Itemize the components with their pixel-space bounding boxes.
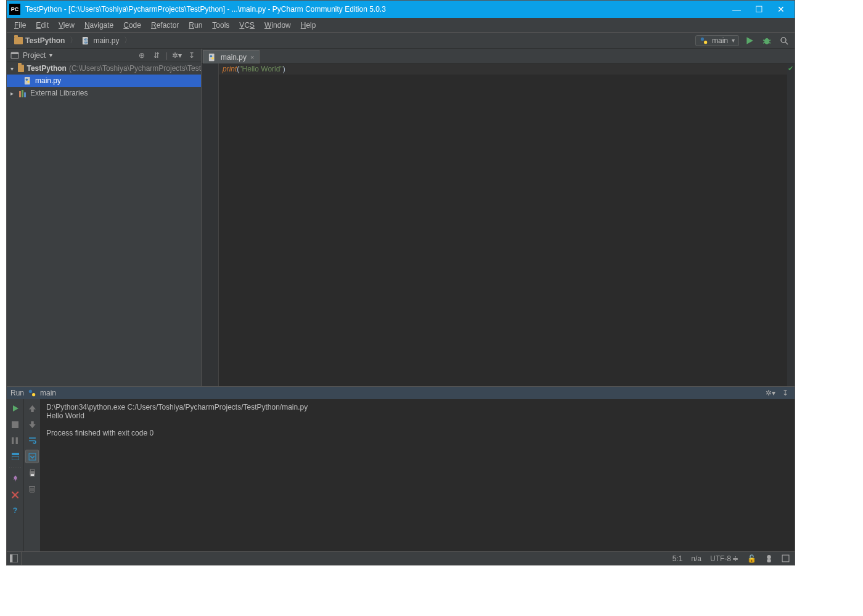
status-lock-icon[interactable]: 🔓 <box>747 554 756 563</box>
pin-icon <box>12 475 19 482</box>
svg-line-5 <box>763 40 765 41</box>
scroll-from-source-icon[interactable]: ⊕ <box>136 50 147 61</box>
chevron-down-icon[interactable]: ▾ <box>49 52 52 59</box>
menu-file[interactable]: File <box>9 20 31 31</box>
run-config-selector[interactable]: main ▾ <box>695 35 739 46</box>
run-button[interactable] <box>743 34 756 47</box>
run-tool-header[interactable]: Run main ✲▾ ↧ <box>7 387 795 399</box>
project-tool-header[interactable]: Project ▾ ⊕ ⇵ | ✲▾ ↧ <box>7 49 201 62</box>
status-encoding[interactable]: UTF-8≑ <box>710 554 738 563</box>
expand-arrow-icon[interactable]: ▾ <box>10 65 15 72</box>
menu-run[interactable]: Run <box>184 20 207 31</box>
svg-rect-25 <box>12 453 19 455</box>
gear-icon[interactable]: ✲▾ <box>171 50 182 61</box>
collapse-all-icon[interactable]: ⇵ <box>151 50 162 61</box>
menu-code[interactable]: Code <box>118 20 146 31</box>
hide-button[interactable]: ↧ <box>780 387 791 399</box>
play-icon <box>745 36 754 45</box>
console-line: Process finished with exit code 0 <box>46 429 153 437</box>
up-stack-button[interactable] <box>25 402 39 415</box>
svg-rect-22 <box>12 421 18 428</box>
svg-point-15 <box>27 81 30 83</box>
status-insert-mode[interactable]: n/a <box>691 554 701 563</box>
svg-point-43 <box>767 555 771 559</box>
minimize-button[interactable]: — <box>732 4 742 14</box>
tree-file-main[interactable]: main.py <box>7 75 201 87</box>
main-area: Project ▾ ⊕ ⇵ | ✲▾ ↧ ▾ TestPython (C:\Us… <box>7 49 795 386</box>
project-tree[interactable]: ▾ TestPython (C:\Users\Toshiya\PycharmPr… <box>7 62 201 386</box>
run-console[interactable]: D:\Python34\python.exe C:/Users/Toshiya/… <box>40 399 795 551</box>
svg-rect-12 <box>11 52 18 54</box>
tree-external-libraries[interactable]: ▸ External Libraries <box>7 87 201 99</box>
arrow-up-icon <box>29 405 36 412</box>
run-tool-config-name: main <box>40 389 56 397</box>
soft-wrap-button[interactable] <box>25 434 39 447</box>
svg-rect-32 <box>29 453 36 460</box>
editor-right-gutter[interactable]: ✔ <box>787 63 795 386</box>
expand-arrow-icon[interactable]: ▸ <box>10 90 17 97</box>
statusbar: 5:1 n/a UTF-8≑ 🔓 <box>22 552 795 565</box>
svg-marker-30 <box>29 405 36 412</box>
pin-button[interactable] <box>9 472 22 485</box>
maximize-button[interactable]: ☐ <box>754 4 764 14</box>
python-file-icon <box>82 36 91 45</box>
code-editor[interactable]: print("Hello World") ✔ <box>202 63 795 386</box>
rerun-button[interactable] <box>9 402 22 415</box>
close-window-button[interactable]: ✕ <box>776 4 786 14</box>
clear-all-button[interactable] <box>25 482 39 495</box>
menu-help[interactable]: Help <box>296 20 321 31</box>
tool-window-quick-access[interactable] <box>7 552 22 565</box>
print-button[interactable] <box>25 466 39 479</box>
gear-icon[interactable]: ✲▾ <box>765 387 776 399</box>
titlebar[interactable]: PC TestPython - [C:\Users\Toshiya\Pychar… <box>7 1 795 18</box>
python-file-icon <box>208 53 217 62</box>
pause-button[interactable] <box>9 434 22 447</box>
inspection-ok-icon[interactable]: ✔ <box>788 65 793 73</box>
svg-rect-16 <box>209 53 215 60</box>
menu-window[interactable]: Window <box>260 20 296 31</box>
python-file-icon <box>700 36 708 45</box>
menu-vcs[interactable]: VCS <box>234 20 260 31</box>
library-icon <box>19 89 28 97</box>
python-file-icon <box>24 76 33 85</box>
down-stack-button[interactable] <box>25 418 39 431</box>
hide-button[interactable]: ↧ <box>186 50 197 61</box>
layout-button[interactable] <box>9 450 22 463</box>
svg-line-7 <box>763 43 765 43</box>
menu-view[interactable]: View <box>54 20 80 31</box>
menu-refactor[interactable]: Refactor <box>146 20 184 31</box>
editor-tab-main[interactable]: main.py × <box>203 50 260 63</box>
scroll-to-end-button[interactable] <box>25 450 39 463</box>
scroll-end-icon <box>28 453 36 461</box>
close-tab-button[interactable]: × <box>250 54 254 61</box>
close-icon <box>12 492 18 498</box>
editor-gutter[interactable] <box>202 63 219 386</box>
search-everywhere-button[interactable] <box>777 34 791 47</box>
menu-navigate[interactable]: Navigate <box>80 20 118 31</box>
menubar: File Edit View Navigate Code Refactor Ru… <box>7 18 795 33</box>
breadcrumb-project-label: TestPython <box>25 36 65 45</box>
tree-project-root[interactable]: ▾ TestPython (C:\Users\Toshiya\PycharmPr… <box>7 62 201 75</box>
help-button[interactable]: ? <box>9 504 22 517</box>
status-ide-errors-icon[interactable] <box>782 554 790 562</box>
close-run-button[interactable] <box>9 488 22 501</box>
folder-icon <box>18 65 25 72</box>
svg-line-8 <box>769 43 771 43</box>
code-line-1[interactable]: print("Hello World") <box>223 65 783 73</box>
status-hector-icon[interactable] <box>765 554 773 562</box>
svg-rect-23 <box>12 437 14 444</box>
separator <box>9 466 22 469</box>
svg-rect-26 <box>12 456 19 460</box>
console-line: D:\Python34\python.exe C:/Users/Toshiya/… <box>46 403 308 411</box>
run-tool-title: Run <box>10 389 24 397</box>
debug-button[interactable] <box>760 34 774 47</box>
svg-point-4 <box>764 38 769 44</box>
quick-access-icon <box>10 554 18 562</box>
breadcrumb-project[interactable]: TestPython <box>10 35 68 46</box>
menu-tools[interactable]: Tools <box>207 20 234 31</box>
ide-window: PC TestPython - [C:\Users\Toshiya\Pychar… <box>6 0 795 565</box>
menu-edit[interactable]: Edit <box>31 20 54 31</box>
stop-button[interactable] <box>9 418 22 431</box>
status-position[interactable]: 5:1 <box>673 554 683 563</box>
breadcrumb-file[interactable]: main.py <box>78 35 123 46</box>
